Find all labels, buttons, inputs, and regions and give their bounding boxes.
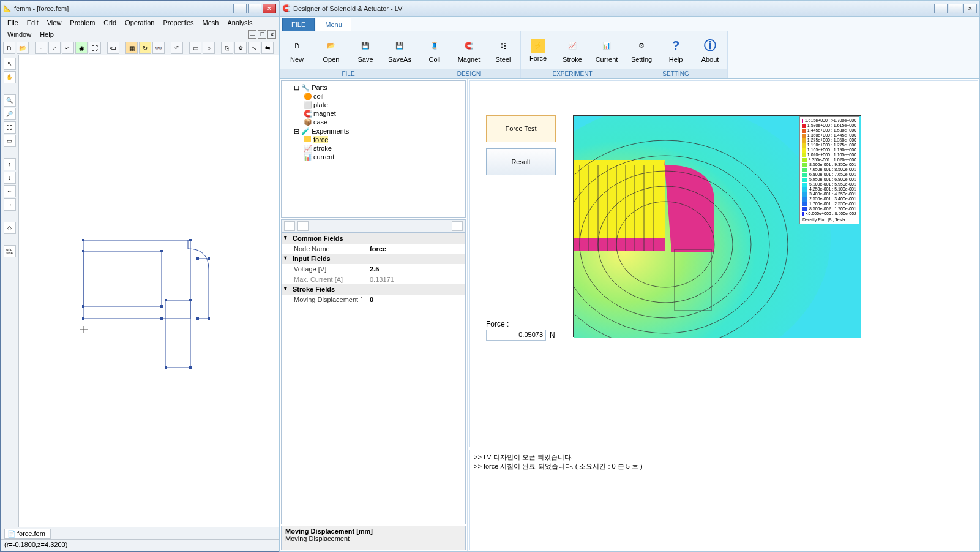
- tree-panel: ⊟ 🔧 Parts 🟠coil ⬜plate 🧲magnet 📦case ⊟ 🧪…: [281, 80, 466, 218]
- nav-left-icon[interactable]: ←: [4, 185, 16, 197]
- menu-window[interactable]: Window: [3, 29, 36, 39]
- ribbon-current[interactable]: 📊Current: [589, 31, 624, 69]
- prop-alphabetical-icon[interactable]: [297, 221, 309, 231]
- steel-icon: ⛓: [495, 37, 512, 55]
- tree-parts[interactable]: ⊟ 🔧 Parts 🟠coil ⬜plate 🧲magnet 📦case: [294, 83, 463, 127]
- menu-operation[interactable]: Operation: [121, 18, 159, 28]
- ribbon-steel[interactable]: ⛓Steel: [486, 31, 520, 69]
- svg-rect-9: [160, 305, 163, 308]
- tab-file[interactable]: FILE: [282, 18, 315, 31]
- result-button[interactable]: Result: [486, 148, 556, 175]
- select-rect-icon[interactable]: ▭: [189, 42, 201, 54]
- snap-icon[interactable]: ◇: [4, 222, 16, 234]
- cat-stroke[interactable]: Stroke Fields: [282, 284, 465, 294]
- tree-coil[interactable]: 🟠coil: [304, 92, 463, 100]
- material-icon[interactable]: 🏷: [107, 42, 119, 54]
- ribbon-new[interactable]: 🗋New: [280, 31, 314, 69]
- menu-edit[interactable]: Edit: [23, 18, 43, 28]
- ribbon-about[interactable]: ⓘAbout: [693, 31, 727, 69]
- force-test-button[interactable]: Force Test: [486, 115, 556, 142]
- svg-rect-2: [166, 300, 190, 368]
- left-panel: ⊟ 🔧 Parts 🟠coil ⬜plate 🧲magnet 📦case ⊟ 🧪…: [280, 79, 468, 551]
- prop-categorized-icon[interactable]: [284, 221, 295, 231]
- move-icon[interactable]: ✥: [234, 42, 247, 54]
- row-maxcurrent[interactable]: Max. Current [A] 0.13171: [282, 274, 465, 284]
- cat-input[interactable]: Input Fields: [282, 254, 465, 263]
- nav-right-icon[interactable]: →: [4, 198, 16, 211]
- segment-icon[interactable]: ⟋: [48, 42, 61, 54]
- tree-force[interactable]: force: [304, 135, 463, 144]
- block-icon[interactable]: ◉: [75, 42, 88, 54]
- arrow-icon[interactable]: ↖: [4, 58, 16, 70]
- zoom-window-icon[interactable]: ▭: [4, 135, 16, 147]
- tree-experiments[interactable]: ⊟ 🧪 Experiments force 📈stroke 📊current: [294, 127, 463, 162]
- ribbon-coil[interactable]: 🧵Coil: [417, 31, 452, 69]
- ribbon-stroke[interactable]: 📈Stroke: [555, 31, 589, 69]
- menu-mesh[interactable]: Mesh: [198, 18, 223, 28]
- tree-case[interactable]: 📦case: [304, 118, 463, 126]
- new-icon[interactable]: 🗋: [3, 42, 15, 54]
- row-nodename[interactable]: Node Name force: [282, 243, 465, 254]
- pan-icon[interactable]: ✋: [4, 71, 16, 83]
- arc-icon[interactable]: ⤺: [62, 42, 74, 54]
- tree-stroke[interactable]: 📈stroke: [304, 144, 463, 153]
- mesh-icon[interactable]: ▦: [125, 42, 138, 54]
- nav-up-icon[interactable]: ↑: [4, 158, 16, 170]
- zoom-fit-icon[interactable]: ⛶: [4, 121, 16, 134]
- minimize-button[interactable]: —: [934, 4, 948, 13]
- nav-down-icon[interactable]: ↓: [4, 172, 16, 184]
- svg-rect-25: [574, 238, 665, 251]
- save-icon: 💾: [357, 37, 374, 55]
- mdi-close-button[interactable]: ✕: [267, 30, 276, 39]
- close-button[interactable]: ✕: [263, 4, 276, 13]
- ribbon-setting[interactable]: ⚙Setting: [624, 31, 659, 69]
- group-icon[interactable]: ⛶: [89, 42, 101, 54]
- prop-pages-icon[interactable]: [452, 221, 463, 231]
- zoom-out-icon[interactable]: 🔎: [4, 108, 16, 120]
- document-tab[interactable]: 📄 force.fem: [4, 529, 51, 539]
- grid-size-icon[interactable]: gridsize: [4, 245, 16, 257]
- analyze-icon[interactable]: ↻: [139, 42, 151, 54]
- node-icon[interactable]: ·: [35, 42, 47, 54]
- menu-help[interactable]: Help: [36, 29, 58, 39]
- new-icon: 🗋: [288, 37, 305, 55]
- femm-workspace: ↖ ✋ 🔍 🔎 ⛶ ▭ ↑ ↓ ← → ◇ gridsize: [1, 55, 279, 527]
- close-button[interactable]: ✕: [963, 4, 977, 13]
- ribbon-magnet[interactable]: 🧲Magnet: [452, 31, 486, 69]
- menu-file[interactable]: File: [3, 18, 23, 28]
- select-circ-icon[interactable]: ○: [203, 42, 215, 54]
- femm-canvas[interactable]: [19, 55, 279, 527]
- scale-icon[interactable]: ⤡: [248, 42, 260, 54]
- zoom-in-icon[interactable]: 🔍: [4, 94, 16, 107]
- menu-analysis[interactable]: Analysis: [223, 18, 256, 28]
- mirror-icon[interactable]: ⇋: [261, 42, 274, 54]
- undo-icon[interactable]: ↶: [171, 42, 183, 54]
- maximize-button[interactable]: □: [248, 4, 261, 13]
- log-area[interactable]: >> LV 디자인이 오픈 되었습니다. >> force 시험이 완료 되었습…: [469, 450, 978, 550]
- tab-menu[interactable]: Menu: [316, 18, 351, 31]
- femm-titlebar: 📐 femm - [force.fem] — □ ✕: [1, 1, 279, 17]
- row-voltage[interactable]: Voltage [V] 2.5: [282, 263, 465, 274]
- open-icon[interactable]: 📂: [17, 42, 29, 54]
- cat-common[interactable]: Common Fields: [282, 233, 465, 243]
- minimize-button[interactable]: —: [233, 4, 247, 13]
- ribbon-save[interactable]: 💾Save: [348, 31, 383, 69]
- ribbon-open[interactable]: 📂Open: [314, 31, 348, 69]
- maximize-button[interactable]: □: [949, 4, 962, 13]
- tree-current[interactable]: 📊current: [304, 153, 463, 161]
- mdi-restore-button[interactable]: ❐: [258, 30, 266, 39]
- mdi-minimize-button[interactable]: —: [248, 30, 256, 39]
- ribbon-force[interactable]: ⚡Force: [521, 31, 555, 69]
- tree-magnet[interactable]: 🧲magnet: [304, 109, 463, 118]
- menu-view[interactable]: View: [43, 18, 66, 28]
- ribbon-help[interactable]: ?Help: [659, 31, 693, 69]
- plate-icon: ⬜: [304, 101, 311, 107]
- copy-icon[interactable]: ⎘: [221, 42, 233, 54]
- menu-problem[interactable]: Problem: [65, 18, 99, 28]
- menu-grid[interactable]: Grid: [99, 18, 121, 28]
- ribbon-saveas[interactable]: 💾SaveAs: [383, 31, 417, 69]
- menu-properties[interactable]: Properties: [159, 18, 198, 28]
- row-displacement[interactable]: Moving Displacement [ 0: [282, 294, 465, 304]
- tree-plate[interactable]: ⬜plate: [304, 100, 463, 109]
- results-icon[interactable]: 👓: [152, 42, 165, 54]
